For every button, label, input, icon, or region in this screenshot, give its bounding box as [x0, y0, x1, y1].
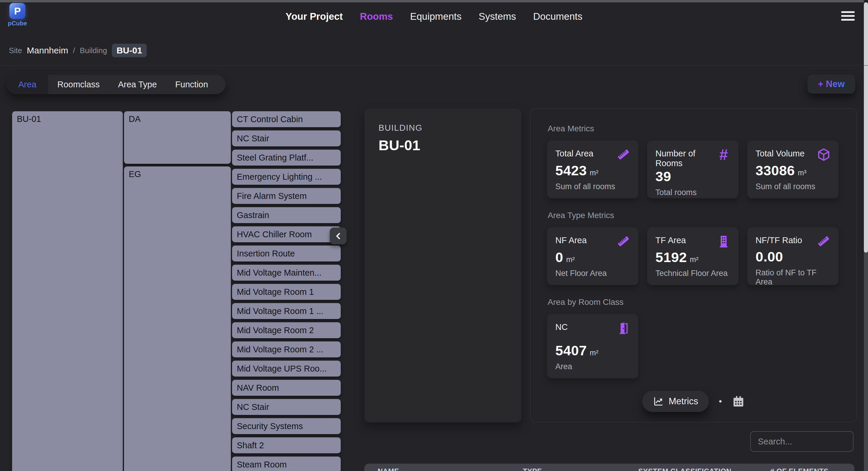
breadcrumb-site-value[interactable]: Mannheim	[27, 45, 68, 56]
table-header: NAME▲TYPE▲SYSTEM CLASSIFICATION▲# OF ELE…	[364, 464, 855, 471]
tree-item-steel-grating-platf[interactable]: Steel Grating Platf...	[232, 150, 341, 165]
metric-card-row: NF Area0m²Net Floor AreaTF Area5192m²Tec…	[547, 227, 840, 285]
metric-card-value: 33086m³	[755, 162, 830, 179]
metric-card-value: 5423m²	[555, 162, 630, 179]
column-header-name[interactable]: NAME▲	[378, 467, 407, 471]
tab-function[interactable]: Function	[166, 75, 217, 94]
metric-card-subtitle: Technical Floor Area	[655, 269, 730, 278]
metric-unit: m²	[690, 255, 699, 264]
tree-item-emergency-lighting[interactable]: Emergency Lighting ...	[232, 169, 341, 185]
tree-item-gastrain[interactable]: Gastrain	[232, 207, 341, 223]
tree-item-mid-voltage-room-2[interactable]: Mid Voltage Room 2	[232, 322, 341, 338]
top-scrollbar[interactable]	[0, 0, 864, 2]
sort-icon: ▲	[734, 469, 739, 471]
tree-item-nc-stair[interactable]: NC Stair	[232, 130, 341, 146]
app-logo[interactable]: P pCube	[6, 3, 28, 27]
column-header-of-elements[interactable]: # OF ELEMENTS▲	[770, 467, 836, 471]
metric-card-label: Total Volume	[755, 149, 805, 158]
metric-card-label: TF Area	[655, 236, 686, 245]
metric-card-number-of-rooms: Number of Rooms#39Total rooms	[647, 140, 738, 198]
metric-card-top: Number of Rooms#	[655, 149, 730, 168]
tree-item-mid-voltage-mainten[interactable]: Mid Voltage Mainten...	[232, 265, 341, 281]
breadcrumb: Site Mannheim / Building BU-01	[9, 44, 147, 57]
tree-block-da[interactable]: DA	[124, 111, 231, 164]
metric-card-value: 39	[655, 168, 730, 184]
new-button[interactable]: + New	[807, 75, 855, 94]
tree-item-mid-voltage-room-2[interactable]: Mid Voltage Room 2 ...	[232, 341, 341, 357]
tree-item-hvac-chiller-room[interactable]: HVAC Chiller Room	[232, 226, 341, 242]
tree-item-nc-stair[interactable]: NC Stair	[232, 399, 341, 415]
metric-card-top: Total Area	[555, 149, 630, 162]
metric-card-value: 5192m²	[655, 249, 730, 265]
metric-card-subtitle: Sum of all rooms	[555, 182, 630, 191]
hamburger-icon	[841, 15, 855, 17]
tree-item-ct-control-cabin[interactable]: CT Control Cabin	[232, 111, 341, 127]
metric-card-subtitle: Sum of all rooms	[755, 182, 830, 191]
metric-value: 5192	[655, 249, 687, 265]
metric-card-total-volume: Total Volume33086m³Sum of all rooms	[747, 140, 838, 198]
tree-item-nav-room[interactable]: NAV Room	[232, 380, 341, 396]
filter-tabs: AreaRoomclassArea TypeFunction	[6, 75, 225, 94]
metric-value: 33086	[755, 162, 795, 179]
metric-card-label: NF Area	[555, 236, 587, 245]
tree-item-mid-voltage-room-1[interactable]: Mid Voltage Room 1 ...	[232, 303, 341, 319]
tree-item-mid-voltage-ups-roo[interactable]: Mid Voltage UPS Roo...	[232, 360, 341, 377]
nav-item-equipments[interactable]: Equipments	[410, 11, 461, 23]
metric-card-label: Total Area	[555, 149, 593, 158]
section-title-area-metrics: Area Metrics	[548, 124, 840, 133]
metric-card-label: Number of Rooms	[655, 149, 714, 168]
nav-item-systems[interactable]: Systems	[478, 11, 516, 23]
tree-item-shaft-2[interactable]: Shaft 2	[232, 437, 341, 453]
entity-type-label: BUILDING	[378, 123, 507, 133]
metric-card-subtitle: Ratio of NF to TF Area	[755, 268, 830, 287]
breadcrumb-building-chip[interactable]: BU-01	[112, 44, 147, 57]
ruler-icon	[616, 234, 631, 249]
tab-roomclass[interactable]: Roomclass	[48, 75, 108, 94]
calendar-icon	[732, 395, 745, 408]
tab-area-type[interactable]: Area Type	[109, 75, 166, 94]
tree-item-steam-room[interactable]: Steam Room	[232, 457, 341, 471]
hamburger-icon	[841, 19, 855, 21]
tree-block-bu-01[interactable]: BU-01	[12, 111, 123, 471]
metric-card-tf-area: TF Area5192m²Technical Floor Area	[647, 227, 738, 285]
ruler-icon	[817, 234, 831, 249]
chart-icon	[653, 396, 664, 407]
tree-item-insertion-route[interactable]: Insertion Route	[232, 246, 341, 261]
column-header-system-classification[interactable]: SYSTEM CLASSIFICATION▲	[638, 467, 739, 471]
collapse-tree-button[interactable]	[330, 227, 347, 244]
column-header-type[interactable]: TYPE▲	[523, 467, 550, 471]
nav-item-documents[interactable]: Documents	[533, 11, 583, 23]
metric-card-row: Total Area5423m²Sum of all roomsNumber o…	[547, 140, 840, 198]
metric-card-subtitle: Total rooms	[655, 188, 730, 197]
tree-item-fire-alarm-system[interactable]: Fire Alarm System	[232, 188, 341, 204]
nav-item-rooms[interactable]: Rooms	[360, 11, 393, 23]
hash-icon: #	[717, 148, 731, 162]
vertical-scrollbar-track[interactable]	[864, 2, 868, 471]
chevron-left-icon	[333, 231, 343, 241]
tree-item-security-systems[interactable]: Security Systems	[232, 418, 341, 434]
vertical-scrollbar-thumb[interactable]	[864, 2, 868, 253]
calendar-button[interactable]	[732, 395, 745, 408]
tree-item-mid-voltage-room-1[interactable]: Mid Voltage Room 1	[232, 284, 341, 300]
metrics-toggle-button[interactable]: Metrics	[642, 391, 709, 412]
column-header-label: TYPE	[523, 467, 542, 471]
pcube-logo-icon: P	[9, 3, 25, 19]
tree-column-floors: DAEG	[124, 111, 231, 471]
metrics-button-label: Metrics	[669, 396, 698, 407]
column-header-label: NAME	[378, 467, 399, 471]
separator-dot: •	[719, 396, 722, 406]
metric-value: 0	[555, 249, 563, 265]
entity-name: BU-01	[378, 137, 507, 153]
tab-area[interactable]: Area	[6, 75, 48, 94]
metric-card-nc: NC5407m²Area	[547, 314, 638, 378]
metric-unit: m²	[590, 348, 598, 357]
door-icon	[616, 321, 631, 335]
page: P pCube Your ProjectRoomsEquipmentsSyste…	[0, 0, 868, 471]
menu-button[interactable]	[841, 11, 855, 21]
metric-card-top: NF/TF Ratio	[755, 236, 830, 249]
metrics-panel: Area MetricsTotal Area5423m²Sum of all r…	[530, 108, 857, 422]
search-input[interactable]	[750, 431, 854, 452]
metric-card-top: TF Area	[655, 236, 730, 249]
nav-item-your-project[interactable]: Your Project	[285, 11, 343, 23]
tree-block-eg[interactable]: EG	[124, 166, 231, 471]
